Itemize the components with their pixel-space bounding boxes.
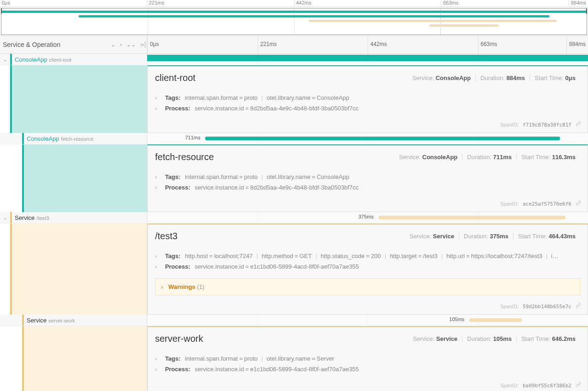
span-name: ConsoleAppfetch-resource	[24, 135, 93, 142]
span-label[interactable]: ⌄ Service/test3	[0, 212, 147, 223]
tags-row[interactable]: › Tags: http.host=localhost:7247|http.me…	[155, 251, 580, 261]
detail-gutter	[0, 65, 147, 133]
time-tick: 884ms	[566, 36, 588, 53]
minimap-tick: 221ms	[147, 0, 294, 7]
time-tick: 221ms	[258, 36, 277, 53]
span-id-footer: SpanID: f719c878a38fc81f	[148, 118, 588, 132]
minimap-tick: 884ms	[569, 0, 588, 6]
detail-gutter	[0, 224, 147, 315]
expand-chevron-icon[interactable]: ⌄	[0, 57, 10, 62]
service-operation-header: Service & Operation ⌄ › ⌄⌄ ››	[0, 36, 147, 53]
span-bar[interactable]	[147, 55, 588, 61]
expand-chevron-icon[interactable]: ⌄	[0, 215, 10, 220]
time-axis: 0μs 221ms 442ms 663ms 884ms	[147, 36, 588, 53]
span-label[interactable]: ConsoleAppfetch-resource	[0, 133, 147, 144]
detail-body: server-work Service: Service Duration: 1…	[147, 326, 588, 391]
chevron-right-icon: ›	[155, 184, 160, 191]
span-detail: fetch-resource Service: ConsoleApp Durat…	[0, 144, 588, 212]
chevron-right-icon: ›	[155, 355, 160, 362]
span-row[interactable]: ⌄ Service/test3 375ms	[0, 212, 588, 224]
tags-row[interactable]: › Tags: internal.span.format=proto|otel.…	[155, 353, 580, 364]
span-duration-label: 105ms	[449, 316, 464, 322]
span-label[interactable]: Serviceserver-work	[0, 315, 147, 326]
span-detail-title: fetch-resource	[155, 152, 214, 162]
minimap-tick: 442ms	[294, 0, 441, 7]
span-duration-label: 375ms	[358, 214, 374, 219]
process-row[interactable]: › Process: service.instance.id=8d2bd5aa-…	[155, 182, 580, 193]
minimap-bar	[429, 24, 499, 27]
tags-row[interactable]: › Tags: internal.span.format=proto|otel.…	[155, 92, 580, 103]
span-detail-meta: Service: Service Duration: 105ms Start T…	[409, 335, 581, 342]
span-bar-track[interactable]: 105ms	[147, 315, 588, 326]
detail-body: fetch-resource Service: ConsoleApp Durat…	[147, 144, 588, 212]
warnings-section[interactable]: › Warnings (1)	[155, 278, 580, 295]
chevron-right-icon: ›	[155, 253, 160, 259]
span-detail: client-root Service: ConsoleApp Duration…	[0, 65, 588, 133]
expand-all-icon[interactable]: ››	[140, 41, 144, 48]
time-tick: 0μs	[147, 36, 159, 53]
chevron-right-icon: ›	[161, 283, 163, 290]
span-bar-track[interactable]	[147, 54, 588, 65]
span-id-footer: SpanID: 59d2bb148b655e7c	[148, 300, 588, 314]
detail-gutter	[0, 144, 147, 212]
time-tick: 663ms	[478, 36, 497, 53]
tags-row[interactable]: › Tags: internal.span.format=proto|otel.…	[155, 172, 580, 182]
detail-body: /test3 Service: Service Duration: 375ms …	[147, 224, 588, 315]
span-bar[interactable]	[379, 216, 565, 219]
span-row[interactable]: Serviceserver-work 105ms	[0, 315, 588, 326]
process-row[interactable]: › Process: service.instance.id=e1c1bd06-…	[155, 364, 580, 374]
span-row[interactable]: ⌄ ConsoleAppclient-root	[0, 54, 588, 65]
span-detail-title: /test3	[155, 231, 178, 242]
span-detail: /test3 Service: Service Duration: 375ms …	[0, 224, 588, 315]
span-bar[interactable]	[205, 137, 559, 140]
span-bar[interactable]	[469, 318, 522, 322]
span-detail-meta: Service: ConsoleApp Duration: 711ms Star…	[394, 154, 580, 161]
span-detail-meta: Service: Service Duration: 375ms Start T…	[405, 233, 580, 240]
span-name: Service/test3	[12, 214, 49, 221]
span-name: Serviceserver-work	[24, 317, 75, 324]
link-icon[interactable]	[576, 121, 581, 127]
detail-body: client-root Service: ConsoleApp Duration…	[147, 65, 588, 133]
minimap-ticks: 0μs 221ms 442ms 663ms 884ms	[0, 0, 588, 7]
span-detail: server-work Service: Service Duration: 1…	[0, 326, 588, 391]
chevron-right-icon: ›	[155, 366, 160, 373]
collapse-all-icon[interactable]: ⌄⌄	[127, 41, 136, 48]
span-name: ConsoleAppclient-root	[12, 56, 71, 63]
link-icon[interactable]	[576, 200, 581, 207]
span-label[interactable]: ⌄ ConsoleAppclient-root	[0, 54, 147, 65]
minimap-tick: 663ms	[441, 0, 588, 7]
span-detail-meta: Service: ConsoleApp Duration: 884ms Star…	[408, 75, 580, 81]
detail-gutter	[0, 326, 147, 391]
span-id-footer: SpanID: ba09bf55c6f386b2	[148, 379, 588, 391]
link-icon[interactable]	[576, 382, 581, 388]
span-detail-title: client-root	[155, 73, 196, 83]
process-row[interactable]: › Process: service.instance.id=e1c1bd06-…	[155, 261, 580, 272]
span-row[interactable]: ConsoleAppfetch-resource 711ms	[0, 133, 588, 144]
collapse-one-icon[interactable]: ⌄	[111, 41, 115, 48]
column-resize-handle[interactable]	[144, 36, 147, 53]
span-detail-title: server-work	[155, 334, 203, 344]
minimap-body[interactable]	[1, 8, 587, 35]
minimap-bar	[309, 20, 557, 22]
minimap-bar	[79, 15, 549, 17]
chevron-right-icon: ›	[155, 105, 160, 112]
minimap-tick: 0μs	[0, 0, 147, 7]
timeline-header: Service & Operation ⌄ › ⌄⌄ ›› 0μs 221ms …	[0, 36, 588, 54]
minimap-bar	[1, 11, 587, 13]
span-bar-track[interactable]: 375ms	[147, 212, 588, 223]
process-row[interactable]: › Process: service.instance.id=8d2bd5aa-…	[155, 103, 580, 114]
minimap-overview[interactable]: 0μs 221ms 442ms 663ms 884ms	[0, 0, 588, 36]
span-bar-track[interactable]: 711ms	[147, 133, 588, 144]
time-tick: 442ms	[368, 36, 387, 53]
chevron-right-icon: ›	[155, 173, 160, 180]
span-duration-label: 711ms	[185, 135, 200, 140]
service-operation-label: Service & Operation	[3, 41, 60, 48]
span-id-footer: SpanID: ace25af57570e6f6	[148, 197, 588, 212]
chevron-right-icon: ›	[155, 263, 160, 270]
expand-one-icon[interactable]: ›	[120, 41, 122, 48]
link-icon[interactable]	[576, 303, 581, 309]
chevron-right-icon: ›	[155, 94, 160, 101]
